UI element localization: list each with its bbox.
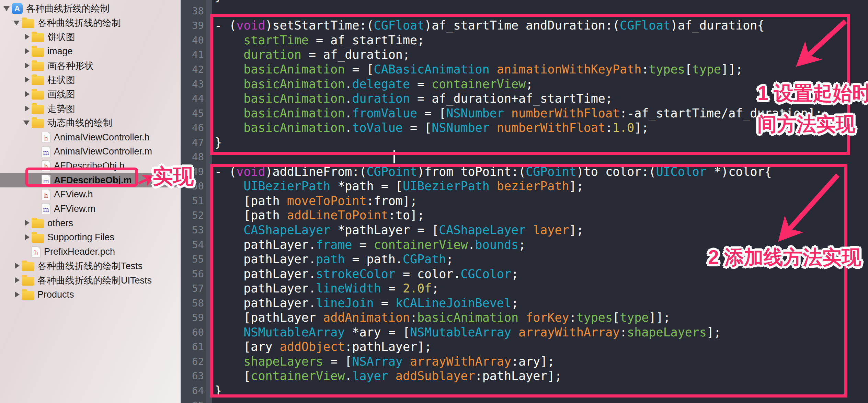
line-number[interactable]: 55 <box>181 253 206 265</box>
line-number[interactable]: 45 <box>181 107 206 119</box>
line-number[interactable]: 56 <box>181 268 206 280</box>
line-number[interactable]: 57 <box>181 283 206 294</box>
code-line[interactable]: 65 <box>181 398 868 403</box>
folder-icon <box>22 18 34 28</box>
header-file-icon: h <box>42 189 50 200</box>
sidebar-item-label: others <box>47 218 73 229</box>
disclosure-collapsed-icon[interactable] <box>23 76 32 84</box>
line-number[interactable]: 43 <box>181 78 206 90</box>
folder-icon <box>32 32 44 42</box>
sidebar-item[interactable]: 各种曲线折线的绘制Tests <box>0 259 181 273</box>
folder-icon <box>22 261 34 271</box>
sidebar-item[interactable]: hAnimalViewController.h <box>0 130 181 145</box>
line-number[interactable]: 59 <box>181 312 206 323</box>
sidebar-item[interactable]: 动态曲线的绘制 <box>0 116 181 130</box>
disclosure-collapsed-icon[interactable] <box>23 90 32 99</box>
line-number[interactable]: 44 <box>181 93 206 104</box>
line-number[interactable]: 63 <box>181 370 206 382</box>
implementation-file-icon: m <box>42 146 50 157</box>
header-file-icon: h <box>42 132 50 143</box>
sidebar-item-label: Products <box>37 289 74 300</box>
sidebar-item-label: AnimalViewController.h <box>54 132 150 143</box>
line-number[interactable]: 61 <box>181 341 206 353</box>
folder-icon <box>22 290 34 300</box>
note1-line1: 1 设置起始时 <box>757 80 868 107</box>
line-number[interactable]: 46 <box>181 122 206 134</box>
sidebar-item[interactable]: hPrefixHeader.pch <box>0 245 181 259</box>
line-number[interactable]: 51 <box>181 195 206 207</box>
note2: 2 添加线方法实现 <box>708 244 861 271</box>
folder-icon <box>32 75 44 85</box>
disclosure-collapsed-icon[interactable] <box>13 290 22 299</box>
sidebar-item-label: AFView.m <box>54 204 95 214</box>
disclosure-collapsed-icon[interactable] <box>13 276 22 285</box>
sidebar-item[interactable]: others <box>0 216 181 230</box>
disclosure-expanded-icon[interactable] <box>23 118 32 127</box>
sidebar-item-label: image <box>47 46 73 57</box>
disclosure-spacer <box>33 204 42 213</box>
disclosure-collapsed-icon[interactable] <box>23 219 32 228</box>
sidebar-item-label: AnimalViewController.m <box>54 146 152 157</box>
line-number[interactable]: 47 <box>181 137 206 148</box>
sidebar-item-label: 画各种形状 <box>47 60 94 72</box>
disclosure-expanded-icon[interactable] <box>3 4 12 13</box>
line-number[interactable]: 62 <box>181 356 206 367</box>
folder-icon <box>32 232 44 243</box>
sidebar-item-label: 走势图 <box>47 103 75 115</box>
folder-icon <box>32 61 44 71</box>
implementation-file-icon: m <box>42 203 50 214</box>
sidebar-item-label: 饼状图 <box>47 31 75 43</box>
disclosure-collapsed-icon[interactable] <box>23 233 32 242</box>
sidebar-item[interactable]: Supporting Files <box>0 230 181 245</box>
note1-line2: 间方法实现 <box>757 111 855 138</box>
line-number[interactable]: 58 <box>181 297 206 309</box>
line-number[interactable]: 52 <box>181 209 206 221</box>
line-number[interactable]: 65 <box>181 400 206 403</box>
sidebar-item-label: 柱状图 <box>47 74 75 86</box>
annotation-box-selected-file <box>25 168 138 187</box>
sidebar-item[interactable]: image <box>0 44 181 59</box>
disclosure-expanded-icon[interactable] <box>13 19 22 27</box>
folder-icon <box>32 46 44 57</box>
sidebar-item-label: 各种曲线折线的绘制UITests <box>37 274 152 287</box>
code-line-text[interactable]: } <box>212 0 222 3</box>
sidebar-item-label: 各种曲线折线的绘制 <box>37 17 121 29</box>
sidebar-item[interactable]: 饼状图 <box>0 30 181 44</box>
sidebar-item[interactable]: mAnimalViewController.m <box>0 145 181 159</box>
sidebar-item[interactable]: 各种曲线折线的绘制UITests <box>0 273 181 288</box>
sidebar-item[interactable]: 画各种形状 <box>0 59 181 73</box>
disclosure-collapsed-icon[interactable] <box>23 33 32 42</box>
disclosure-collapsed-icon[interactable] <box>13 262 22 270</box>
line-number[interactable]: 48 <box>181 151 206 163</box>
line-number[interactable]: 38 <box>181 5 206 17</box>
line-number[interactable]: 42 <box>181 64 206 75</box>
line-number[interactable]: 54 <box>181 239 206 251</box>
disclosure-collapsed-icon[interactable] <box>23 47 32 56</box>
line-number[interactable]: 53 <box>181 224 206 236</box>
line-number[interactable]: 41 <box>181 49 206 60</box>
sidebar-item[interactable]: mAFView.m <box>0 202 181 216</box>
line-number[interactable]: 60 <box>181 326 206 338</box>
folder-icon <box>32 218 44 228</box>
line-number[interactable]: 64 <box>181 385 206 396</box>
sidebar-item[interactable]: Products <box>0 288 181 302</box>
sidebar-item[interactable]: A各种曲线折线的绘制 <box>0 1 181 16</box>
sidebar-item[interactable]: 各种曲线折线的绘制 <box>0 16 181 30</box>
project-navigator-sidebar: A各种曲线折线的绘制各种曲线折线的绘制饼状图image画各种形状柱状图画线图走势… <box>0 0 181 403</box>
folder-icon <box>32 89 44 100</box>
line-number[interactable]: 40 <box>181 34 206 46</box>
disclosure-collapsed-icon[interactable] <box>23 61 32 70</box>
sidebar-item[interactable]: 柱状图 <box>0 73 181 87</box>
sidebar-item-label: 各种曲线折线的绘制 <box>26 2 110 15</box>
sidebar-item[interactable]: 画线图 <box>0 87 181 102</box>
line-number[interactable]: 39 <box>181 20 206 31</box>
disclosure-spacer <box>33 190 42 199</box>
disclosure-collapsed-icon[interactable] <box>23 104 32 113</box>
folder-icon <box>22 275 34 286</box>
code-line[interactable]: } <box>181 0 868 4</box>
header-file-icon: h <box>32 246 41 257</box>
disclosure-spacer <box>33 147 42 156</box>
annotation-box-method2 <box>210 164 847 398</box>
sidebar-item[interactable]: 走势图 <box>0 102 181 116</box>
sidebar-item-label: 各种曲线折线的绘制Tests <box>37 260 142 272</box>
